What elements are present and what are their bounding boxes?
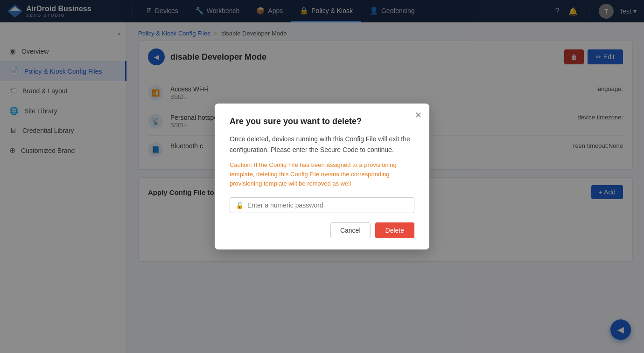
modal-close-button[interactable]: ✕: [415, 110, 422, 120]
modal-warning: Caution: If the Config File has been ass…: [230, 160, 414, 188]
lock-icon: 🔒: [236, 201, 244, 209]
cancel-button[interactable]: Cancel: [330, 222, 371, 238]
delete-modal: ✕ Are you sure you want to delete? Once …: [215, 104, 429, 249]
modal-body: Once deleted, devices running with this …: [230, 134, 414, 155]
modal-title: Are you sure you want to delete?: [230, 117, 414, 126]
secure-code-input[interactable]: [247, 201, 408, 209]
modal-actions: Cancel Delete: [230, 222, 414, 238]
modal-delete-button[interactable]: Delete: [375, 222, 414, 238]
modal-input-wrap: 🔒: [230, 197, 414, 213]
modal-overlay: ✕ Are you sure you want to delete? Once …: [0, 0, 644, 353]
